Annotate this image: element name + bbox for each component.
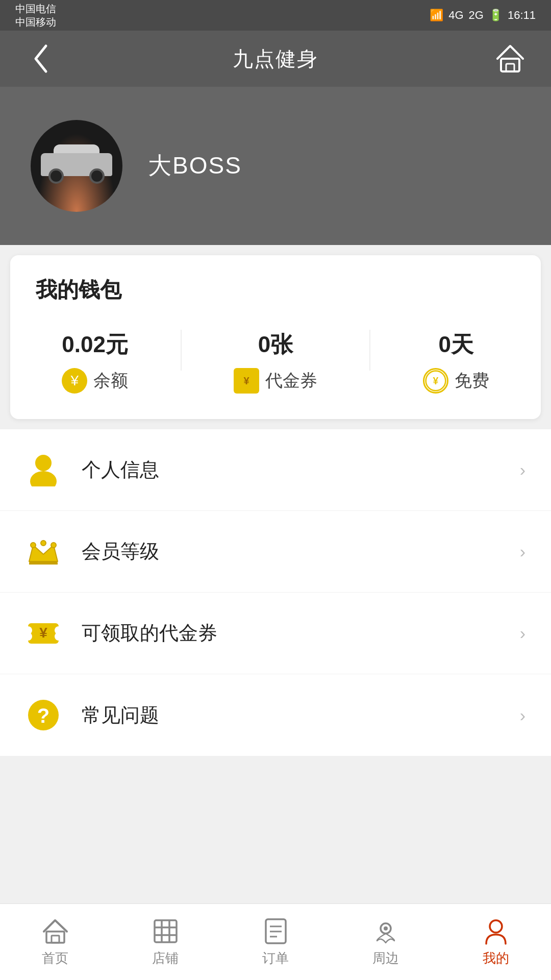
menu-list: 个人信息 › 会员等级 › ¥ xyxy=(0,429,551,756)
svg-rect-22 xyxy=(52,936,59,943)
menu-item-voucher[interactable]: ¥ 可领取的代金券 › xyxy=(0,593,551,674)
carrier2: 中国移动 xyxy=(15,15,56,29)
signal-icon: 4G xyxy=(448,9,463,22)
free-icon: ¥ xyxy=(423,368,448,394)
nav-nearby[interactable]: 周边 xyxy=(335,917,437,967)
nav-store[interactable]: 店铺 xyxy=(114,917,216,967)
nav-header: 九点健身 xyxy=(0,31,551,87)
time-display: 16:11 xyxy=(508,9,536,22)
store-nav-icon xyxy=(152,917,180,945)
status-icons: 📶 4G 2G 🔋 16:11 xyxy=(430,9,536,22)
svg-point-6 xyxy=(35,455,52,471)
divider1 xyxy=(181,330,182,371)
username: 大BOSS xyxy=(148,150,242,182)
wallet-balance[interactable]: 0.02元 ¥ 余额 xyxy=(62,330,128,394)
back-button[interactable] xyxy=(20,38,61,79)
balance-label-row: ¥ 余额 xyxy=(62,368,128,394)
svg-rect-23 xyxy=(155,920,177,942)
nearby-nav-label: 周边 xyxy=(372,949,399,967)
balance-amount: 0.02元 xyxy=(62,330,128,360)
nav-mine[interactable]: 我的 xyxy=(445,917,547,967)
nearby-nav-icon xyxy=(372,917,400,945)
svg-point-11 xyxy=(41,541,46,546)
voucher-collect-label: 可领取的代金券 xyxy=(82,620,520,646)
voucher-amount: 0张 xyxy=(258,330,293,360)
wallet-free[interactable]: 0天 ¥ 免费 xyxy=(423,330,489,394)
carrier1: 中国电信 xyxy=(15,2,56,15)
free-amount: 0天 xyxy=(439,330,473,360)
yuan-icon: ¥ xyxy=(62,368,87,394)
page-title: 九点健身 xyxy=(233,45,318,73)
wifi-icon: 📶 xyxy=(430,9,443,22)
personal-info-label: 个人信息 xyxy=(82,457,520,483)
free-label: 免费 xyxy=(455,369,489,393)
voucher-icon: ¥ xyxy=(26,616,61,651)
nav-order[interactable]: 订单 xyxy=(224,917,327,967)
free-label-row: ¥ 免费 xyxy=(423,368,489,394)
wallet-items: 0.02元 ¥ 余额 0张 ¥ 代金券 xyxy=(36,330,515,394)
svg-text:¥: ¥ xyxy=(39,625,47,641)
personal-arrow: › xyxy=(520,460,525,480)
avatar-bg xyxy=(31,120,122,212)
mine-nav-icon xyxy=(482,917,510,945)
home-nav-label: 首页 xyxy=(42,949,68,967)
wallet-card: 我的钱包 0.02元 ¥ 余额 0张 ¥ xyxy=(10,255,541,419)
crown-icon xyxy=(26,534,61,570)
svg-text:?: ? xyxy=(37,704,49,727)
faq-arrow: › xyxy=(520,705,525,725)
faq-label: 常见问题 xyxy=(82,702,520,728)
page-content: 我的钱包 0.02元 ¥ 余额 0张 ¥ xyxy=(0,255,551,838)
signal2-icon: 2G xyxy=(469,9,484,22)
person-icon xyxy=(26,452,61,488)
svg-text:¥: ¥ xyxy=(243,375,249,386)
battery-icon: 🔋 xyxy=(489,9,503,22)
menu-item-personal[interactable]: 个人信息 › xyxy=(0,429,551,511)
question-icon: ? xyxy=(26,697,61,733)
balance-label: 余额 xyxy=(93,369,128,393)
svg-point-12 xyxy=(51,543,56,548)
home-button[interactable] xyxy=(490,38,531,79)
svg-point-7 xyxy=(30,471,57,486)
mine-nav-label: 我的 xyxy=(483,949,509,967)
svg-point-33 xyxy=(384,926,388,930)
svg-point-10 xyxy=(31,543,36,548)
car-image xyxy=(41,148,112,184)
profile-area: 大BOSS xyxy=(0,87,551,245)
order-nav-icon xyxy=(262,917,290,945)
bottom-nav: 首页 店铺 订单 xyxy=(0,903,551,980)
menu-item-faq[interactable]: ? 常见问题 › xyxy=(0,674,551,756)
menu-item-member[interactable]: 会员等级 › xyxy=(0,511,551,593)
status-bar: 中国电信 中国移动 📶 4G 2G 🔋 16:11 xyxy=(0,0,551,31)
wallet-vouchers[interactable]: 0张 ¥ 代金券 xyxy=(234,330,317,394)
svg-rect-21 xyxy=(46,932,64,943)
divider2 xyxy=(369,330,370,371)
carrier-info: 中国电信 中国移动 xyxy=(15,2,56,29)
wallet-title: 我的钱包 xyxy=(36,276,515,304)
ticket-icon: ¥ xyxy=(234,368,259,394)
nav-home[interactable]: 首页 xyxy=(4,917,106,967)
member-arrow: › xyxy=(520,542,525,561)
avatar xyxy=(31,120,122,212)
voucher-label-row: ¥ 代金券 xyxy=(234,368,317,394)
svg-rect-9 xyxy=(29,561,58,565)
voucher-arrow: › xyxy=(520,623,525,643)
member-level-label: 会员等级 xyxy=(82,538,520,565)
home-nav-icon xyxy=(41,917,69,945)
svg-rect-0 xyxy=(501,59,519,71)
svg-point-34 xyxy=(490,920,502,933)
order-nav-label: 订单 xyxy=(262,949,289,967)
svg-rect-1 xyxy=(506,64,514,71)
svg-text:¥: ¥ xyxy=(433,375,438,386)
voucher-label: 代金券 xyxy=(265,369,317,393)
store-nav-label: 店铺 xyxy=(152,949,179,967)
